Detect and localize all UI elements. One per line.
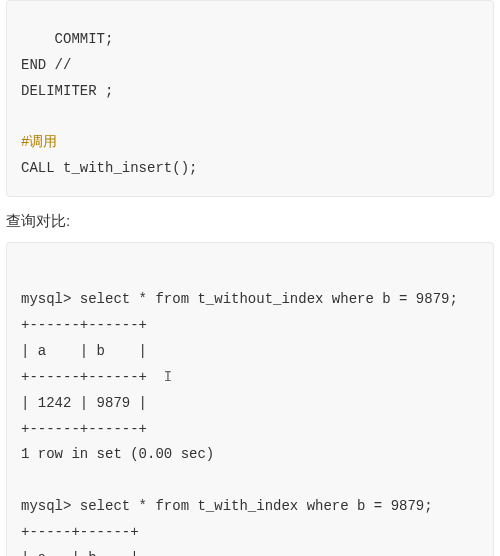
- code-line: | 1242 | 9879 |: [21, 395, 147, 411]
- code-block-mysql-output: mysql> select * from t_without_index whe…: [6, 242, 494, 556]
- code-line: CALL t_with_insert();: [21, 160, 197, 176]
- code-line: +-----+------+: [21, 524, 139, 540]
- code-line: COMMIT;: [21, 31, 113, 47]
- code-line: mysql> select * from t_without_index whe…: [21, 291, 458, 307]
- code-block-sql: COMMIT; END // DELIMITER ; #调用 CALL t_wi…: [6, 0, 494, 197]
- code-line: +------+------+: [21, 421, 147, 437]
- section-heading: 查询对比:: [6, 207, 494, 234]
- code-line: mysql> select * from t_with_index where …: [21, 498, 433, 514]
- code-line: DELIMITER ;: [21, 83, 113, 99]
- code-comment: #调用: [21, 134, 57, 150]
- code-line: END //: [21, 57, 71, 73]
- code-line: | a | b |: [21, 343, 147, 359]
- text-cursor-icon: I: [164, 369, 172, 385]
- code-line: +------+------+: [21, 317, 147, 333]
- code-line: 1 row in set (0.00 sec): [21, 446, 214, 462]
- code-line: | a | b |: [21, 550, 139, 556]
- code-line: +------+------+: [21, 369, 164, 385]
